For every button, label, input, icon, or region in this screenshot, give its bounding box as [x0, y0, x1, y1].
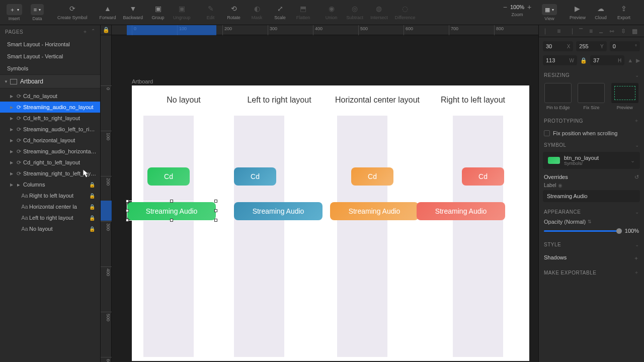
symbol-source[interactable]: btn_no_layout Symbols/ ⌄	[543, 152, 640, 169]
layer-row[interactable]: AaLeft to right layout🔒	[0, 212, 100, 223]
opacity-blend-select[interactable]: Opacity (Normal)⇅	[539, 218, 644, 228]
tidy-icon[interactable]: ▦	[632, 28, 637, 35]
align-bottom-icon[interactable]: ⎽	[599, 28, 603, 35]
disclosure-icon[interactable]: ▼	[4, 79, 8, 84]
appearance-section[interactable]: APPEARANCE⌄	[539, 206, 644, 218]
layer-row[interactable]: AaNo layout🔒	[0, 223, 100, 234]
disclosure-icon[interactable]: ▶	[9, 160, 14, 165]
slider-thumb[interactable]	[616, 228, 622, 234]
align-vcenter-icon[interactable]: ≡	[589, 28, 593, 35]
resize-preview[interactable]: Preview	[611, 83, 639, 110]
resizing-section[interactable]: RESIZING⌄	[539, 69, 644, 81]
align-left-icon[interactable]: ⎸	[545, 28, 550, 35]
fix-scroll-checkbox[interactable]: Fix position when scrolling	[539, 127, 644, 139]
align-right-icon[interactable]: ⎹	[567, 28, 573, 35]
zoom-out-icon[interactable]: −	[503, 3, 507, 11]
disclosure-icon[interactable]: ▶	[9, 116, 14, 121]
plus-icon[interactable]: ＋	[633, 254, 639, 262]
disclosure-icon[interactable]: ▶	[9, 127, 14, 132]
symbol-section[interactable]: SYMBOL⌄	[539, 139, 644, 151]
export-button[interactable]: ⇪Export	[613, 2, 635, 23]
rotate-button[interactable]: ⟲Rotate	[223, 2, 245, 23]
h-field[interactable]: 37H	[590, 55, 624, 65]
data-button[interactable]: ≡▾ Data	[26, 2, 48, 23]
layer-row[interactable]: ▶⟳Streaming_right_to_left_layou...	[0, 168, 100, 179]
exportable-section[interactable]: MAKE EXPORTABLE＋	[539, 266, 644, 279]
artboard-canvas-label[interactable]: Artboard	[132, 78, 153, 84]
angle-field[interactable]: 0°	[610, 41, 640, 51]
create-symbol-button[interactable]: ⟳ Create Symbol	[54, 2, 91, 23]
disclosure-icon[interactable]: ▶	[9, 171, 14, 176]
streaming-audio-button[interactable]: Streaming Audio	[330, 202, 419, 220]
prototyping-section[interactable]: PROTOTYPING＋	[539, 114, 644, 127]
cd-button[interactable]: Cd	[351, 167, 393, 186]
style-section[interactable]: STYLE⌄	[539, 239, 644, 250]
disclosure-icon[interactable]: ▶	[9, 138, 14, 143]
mask-button[interactable]: ◐Mask	[246, 2, 268, 23]
subtract-button[interactable]: ◎Subtract	[344, 2, 367, 23]
layer-row[interactable]: AaHorizontal center la🔒	[0, 201, 100, 212]
disclosure-icon[interactable]: ▶	[9, 183, 14, 187]
layer-row[interactable]: AaRight to left layout🔒	[0, 190, 100, 201]
cd-button[interactable]: Cd	[462, 167, 504, 186]
lock-aspect-icon[interactable]: 🔒	[580, 55, 587, 65]
cloud-button[interactable]: ☁Cloud	[590, 2, 612, 23]
layer-row[interactable]: ▶⟳Streaming_audio_horizontal_l...	[0, 146, 100, 157]
scale-button[interactable]: ⤢Scale	[269, 2, 291, 23]
flip-v-icon[interactable]: ▶	[636, 57, 640, 64]
zoom-in-icon[interactable]: +	[527, 3, 531, 11]
artboard-row[interactable]: ▼ Artboard	[0, 74, 100, 88]
w-field[interactable]: 113W	[543, 55, 577, 65]
streaming-audio-button[interactable]: Streaming Audio	[234, 202, 323, 220]
pin-to-edge[interactable]: Pin to Edge	[544, 83, 572, 110]
preview-button[interactable]: ▶Preview	[567, 2, 589, 23]
lock-icon[interactable]: 🔒	[89, 193, 95, 199]
canvas[interactable]: 🔒 0100200300400500600700800900 010020030…	[101, 25, 538, 362]
layer-row[interactable]: ▶⟳Cd_right_to_left_layout	[0, 157, 100, 168]
collapse-pages-icon[interactable]: ⌃	[91, 28, 96, 35]
fix-size[interactable]: Fix Size	[577, 83, 605, 110]
streaming-audio-button[interactable]: Streaming Audio	[417, 202, 505, 220]
override-value-input[interactable]: Streaming Audio	[543, 190, 640, 202]
lock-icon[interactable]: 🔒	[89, 226, 95, 232]
distribute-h-icon[interactable]: ⇿	[609, 28, 614, 35]
page-item[interactable]: Symbols	[0, 62, 100, 74]
ungroup-button[interactable]: ▣Ungroup	[170, 2, 194, 23]
disclosure-icon[interactable]: ▶	[9, 94, 14, 99]
insert-button[interactable]: ＋▾ Insert	[3, 2, 25, 23]
layer-row[interactable]: ▶⟳Cd_horizontal_layout	[0, 135, 100, 146]
edit-button[interactable]: ✎Edit	[200, 2, 222, 23]
plus-icon[interactable]: ＋	[634, 117, 639, 124]
shadows-row[interactable]: Shadows＋	[539, 250, 644, 266]
flip-h-icon[interactable]: ▲	[627, 57, 633, 63]
layer-row[interactable]: ▶⟳Streamiing_audio_no_layout	[0, 102, 100, 113]
distribute-v-icon[interactable]: ⇳	[621, 28, 626, 35]
layer-row[interactable]: ▶⟳Streaming_audio_left_to_righ...	[0, 124, 100, 135]
zoom-control[interactable]: − 100% + Zoom	[497, 2, 537, 23]
lock-icon[interactable]: 🔒	[89, 204, 95, 210]
lock-icon[interactable]: 🔒	[89, 215, 95, 221]
align-top-icon[interactable]: ⎺	[579, 28, 583, 35]
plus-icon[interactable]: ＋	[634, 269, 639, 276]
group-button[interactable]: ▣Group	[147, 2, 169, 23]
add-page-icon[interactable]: ＋	[83, 28, 88, 35]
union-button[interactable]: ◉Union	[320, 2, 343, 23]
page-item[interactable]: Smart Layout - Vertical	[0, 50, 100, 62]
layer-row[interactable]: ▶⟳Cd_left_to_right_layout	[0, 113, 100, 124]
lock-icon[interactable]: 🔒	[89, 182, 95, 188]
align-hcenter-icon[interactable]: ≡	[557, 28, 560, 35]
intersect-button[interactable]: ◍Intersect	[367, 2, 391, 23]
ruler-origin[interactable]: 🔒	[101, 25, 112, 35]
view-button[interactable]: ▦▾ View	[538, 2, 560, 23]
layer-row[interactable]: ▶▸Columns🔒	[0, 179, 100, 190]
backward-button[interactable]: ▼Backward	[120, 2, 146, 23]
flatten-button[interactable]: ⬒Flatten	[292, 2, 314, 23]
y-field[interactable]: 255Y	[576, 41, 606, 51]
difference-button[interactable]: ◌Difference	[392, 2, 419, 23]
layer-row[interactable]: ▶⟳Cd_no_layout	[0, 90, 100, 102]
reset-overrides-icon[interactable]: ↺	[634, 174, 639, 180]
page-item[interactable]: Smart Layout - Horizontal	[0, 38, 100, 50]
streaming-audio-button[interactable]: Streaming Audio	[127, 202, 216, 220]
disclosure-icon[interactable]: ▶	[9, 149, 14, 154]
opacity-slider[interactable]	[544, 230, 622, 232]
